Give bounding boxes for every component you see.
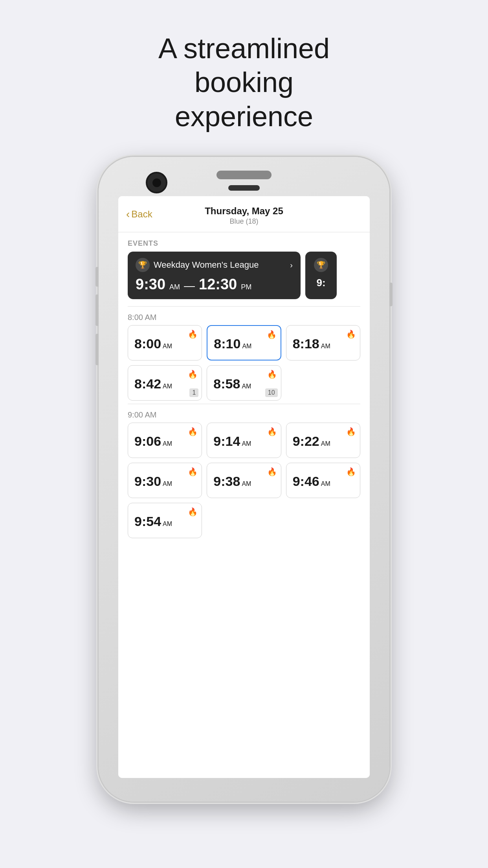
header-date-title: Thursday, May 25	[128, 206, 360, 217]
time-slot-914[interactable]: 🔥 9:14 AM	[207, 423, 281, 458]
slot-badge: 10	[265, 388, 278, 397]
event-start-time: 9:30	[136, 276, 165, 293]
bottom-spacer	[118, 541, 370, 553]
time-slots-grid-9am: 🔥 9:06 AM 🔥 9:14 AM	[118, 423, 370, 541]
time-slot-time: 8:18 AM	[293, 336, 330, 351]
events-scroll: 🏆 Weekday Women's League › 9:30 AM — 12:…	[118, 252, 370, 306]
app-header: ‹ Back Thursday, May 25 Blue (18)	[118, 196, 370, 232]
phone-volume-down-button	[95, 334, 99, 365]
phone-mute-button	[95, 267, 99, 287]
back-chevron-icon: ‹	[126, 208, 130, 221]
time-slot-time: 8:42 AM	[134, 376, 172, 392]
fire-icon: 🔥	[346, 427, 356, 436]
back-label: Back	[131, 209, 152, 220]
time-slot-time: 9:06 AM	[134, 434, 172, 449]
time-slot-time: 8:58 AM	[213, 376, 251, 392]
time-slot-time: 9:38 AM	[213, 474, 251, 489]
time-slot-930[interactable]: 🔥 9:30 AM	[128, 463, 202, 498]
fire-icon: 🔥	[188, 427, 198, 436]
phone-camera	[146, 172, 167, 193]
fire-icon: 🔥	[346, 329, 356, 339]
event-time-dash: —	[184, 280, 195, 292]
phone-speaker	[216, 171, 272, 179]
time-slot-800[interactable]: 🔥 8:00 AM	[128, 325, 202, 360]
fire-icon: 🔥	[188, 507, 198, 517]
scroll-area[interactable]: EVENTS 🏆 Weekday Women's League › 9:30 A…	[118, 232, 370, 778]
fire-icon: 🔥	[346, 467, 356, 476]
fire-icon: 🔥	[267, 370, 277, 379]
time-slot-818[interactable]: 🔥 8:18 AM	[286, 325, 360, 360]
event-start-ampm: AM	[169, 283, 180, 291]
time-slot-922[interactable]: 🔥 9:22 AM	[286, 423, 360, 458]
time-slot-938[interactable]: 🔥 9:38 AM	[207, 463, 281, 498]
phone-screen: ‹ Back Thursday, May 25 Blue (18) EVENTS…	[118, 196, 370, 778]
time-slot-906[interactable]: 🔥 9:06 AM	[128, 423, 202, 458]
phone-power-button	[389, 283, 393, 306]
time-slot-954[interactable]: 🔥 9:54 AM	[128, 503, 202, 538]
fire-icon: 🔥	[267, 330, 277, 339]
event-time: 9:30 AM — 12:30 PM	[136, 276, 293, 293]
trophy-icon-small: 🏆	[314, 258, 328, 272]
fire-icon: 🔥	[188, 329, 198, 339]
trophy-icon: 🏆	[136, 258, 150, 272]
events-section-label: EVENTS	[118, 232, 370, 252]
fire-icon: 🔥	[188, 467, 198, 476]
fire-icon: 🔥	[267, 427, 277, 436]
event-card-truncated[interactable]: 🏆 9:	[305, 252, 337, 299]
time-group-label-9am: 9:00 AM	[118, 404, 370, 423]
time-slot-time: 9:54 AM	[134, 514, 172, 529]
time-slots-grid-8am: 🔥 8:00 AM 🔥 8:10 AM	[118, 325, 370, 404]
header-course-subtitle: Blue (18)	[128, 217, 360, 226]
phone-volume-up-button	[95, 294, 99, 326]
fire-icon: 🔥	[267, 467, 277, 476]
event-card-header: 🏆 Weekday Women's League ›	[136, 258, 293, 272]
event-name: Weekday Women's League	[154, 260, 286, 270]
time-slot-time: 9:22 AM	[293, 434, 330, 449]
phone-mockup: ‹ Back Thursday, May 25 Blue (18) EVENTS…	[99, 157, 389, 802]
time-slot-time: 9:30 AM	[134, 474, 172, 489]
app-content: ‹ Back Thursday, May 25 Blue (18) EVENTS…	[118, 196, 370, 778]
fire-icon: 🔥	[188, 370, 198, 379]
time-slot-946[interactable]: 🔥 9:46 AM	[286, 463, 360, 498]
event-end-time: 12:30	[199, 276, 237, 293]
time-slot-810[interactable]: 🔥 8:10 AM	[207, 325, 281, 360]
time-slot-858[interactable]: 🔥 8:58 AM 10	[207, 365, 281, 401]
phone-earpiece	[228, 185, 260, 191]
time-slot-time: 8:00 AM	[134, 336, 172, 351]
event-card-main[interactable]: 🏆 Weekday Women's League › 9:30 AM — 12:…	[128, 252, 301, 299]
event-chevron-icon: ›	[290, 261, 293, 270]
time-slot-time: 8:10 AM	[214, 336, 251, 351]
back-button[interactable]: ‹ Back	[126, 208, 152, 221]
page-tagline: A streamlined booking experience	[106, 31, 382, 133]
time-slot-time: 9:14 AM	[213, 434, 251, 449]
event-end-ampm: PM	[241, 283, 251, 291]
truncated-time: 9:	[316, 277, 325, 289]
time-slot-time: 9:46 AM	[293, 474, 330, 489]
time-slot-842[interactable]: 🔥 8:42 AM 1	[128, 365, 202, 401]
slot-badge: 1	[189, 388, 198, 397]
time-group-label-8am: 8:00 AM	[118, 307, 370, 325]
